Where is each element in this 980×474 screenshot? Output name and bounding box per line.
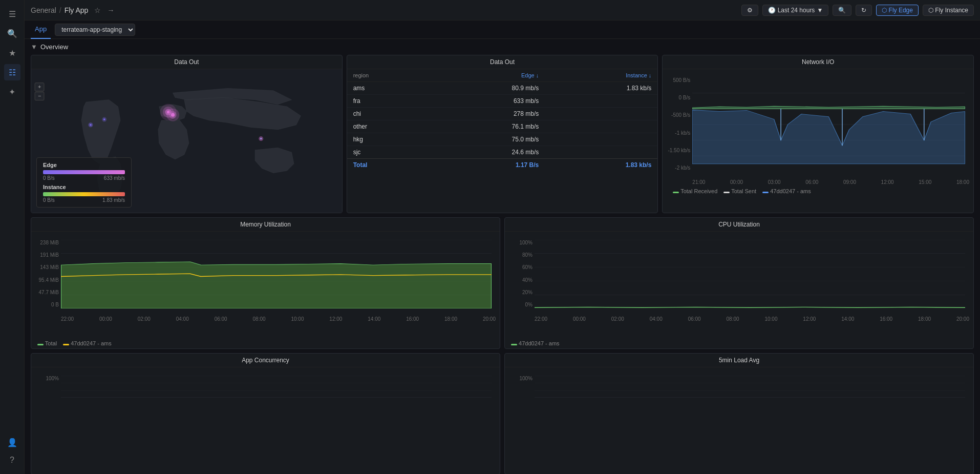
instance-cell xyxy=(545,120,657,133)
cpu-chart-area xyxy=(535,240,965,308)
fly-instance-label: ⬡ Fly Instance xyxy=(928,7,968,14)
memory-x-labels: 22:00 00:00 02:00 04:00 06:00 08:00 10:0… xyxy=(61,316,496,322)
fly-edge-label: ⬡ Fly Edge xyxy=(882,7,913,14)
breadcrumb: General / Fly App ☆ → xyxy=(31,6,114,14)
region-cell: chi xyxy=(347,108,430,120)
breadcrumb-parent: General xyxy=(31,6,56,14)
concurrency-title: App Concurrency xyxy=(31,354,500,367)
edge-legend-labels: 0 B/s 633 mb/s xyxy=(43,175,125,181)
concurrency-panel: App Concurrency 100% xyxy=(31,353,500,474)
received-dot xyxy=(673,192,679,193)
refresh-button[interactable]: ↻ xyxy=(856,5,872,16)
map-panel: Data Out xyxy=(31,55,343,213)
col-instance[interactable]: Instance ↓ xyxy=(545,69,657,82)
table-row: fra 633 mb/s xyxy=(347,95,658,108)
svg-point-9 xyxy=(260,138,262,140)
region-cell: hkg xyxy=(347,133,430,146)
network-legend: Total Received Total Sent 47dd0247 - ams xyxy=(667,186,969,196)
cpu-legend: 47dd0247 - ams xyxy=(505,338,973,348)
ams-dot xyxy=(762,192,769,193)
data-out-panel: Data Out region Edge ↓ Instance ↓ a xyxy=(347,55,658,213)
memory-legend: Total 47dd0247 - ams xyxy=(31,338,500,348)
edge-cell: 80.9 mb/s xyxy=(429,82,545,95)
help-icon[interactable]: ? xyxy=(4,452,20,468)
star-button[interactable]: ☆ xyxy=(94,6,101,14)
total-label: Total xyxy=(347,159,430,172)
overview-header: ▼ Overview xyxy=(31,43,974,51)
map-legend: Edge 0 B/s 633 mb/s Instance 0 B/s 1.83 … xyxy=(36,157,132,208)
col-edge[interactable]: Edge ↓ xyxy=(429,69,545,82)
map-panel-title: Data Out xyxy=(31,55,342,69)
table-row: hkg 75.0 mb/s xyxy=(347,133,658,146)
bottom-panels-2: App Concurrency 100% xyxy=(31,353,974,474)
edge-cell: 24.6 mb/s xyxy=(429,146,545,159)
memory-chart-area xyxy=(61,240,492,308)
legend-edge-title: Edge xyxy=(43,162,125,168)
explore-icon[interactable]: ✦ xyxy=(4,84,20,100)
load-avg-chart-body: 100% xyxy=(505,372,973,474)
region-cell: sjc xyxy=(347,146,430,159)
cpu-x-labels: 22:00 00:00 02:00 04:00 06:00 08:00 10:0… xyxy=(535,316,969,322)
top-panels: Data Out xyxy=(31,55,974,213)
edge-cell: 278 mb/s xyxy=(429,108,545,120)
starred-icon[interactable]: ★ xyxy=(4,45,20,61)
svg-text:−: − xyxy=(38,93,41,99)
network-io-panel: Network I/O 500 B/s 0 B/s -500 B/s -1 kb… xyxy=(662,55,974,213)
zoom-out-button[interactable]: 🔍 xyxy=(833,5,851,16)
load-avg-title: 5min Load Avg xyxy=(505,354,973,367)
bottom-panels: Memory Utilization 238 MiB 191 MiB 143 M… xyxy=(31,217,974,349)
load-avg-panel: 5min Load Avg 100% xyxy=(504,353,974,474)
memory-total-legend: Total xyxy=(37,340,57,346)
network-chart-area xyxy=(692,77,965,172)
time-range-label: Last 24 hours xyxy=(778,7,815,14)
table-row: chi 278 mb/s xyxy=(347,108,658,120)
ams-legend: 47dd0247 - ams xyxy=(762,188,811,194)
concurrency-svg xyxy=(61,376,492,398)
table-row: sjc 24.6 mb/s xyxy=(347,146,658,159)
col-region: region xyxy=(347,69,430,82)
memory-chart-svg xyxy=(61,240,492,308)
app-selector[interactable]: terrateam-app-staging xyxy=(55,24,135,36)
clock-icon: 🕐 xyxy=(768,7,776,14)
memory-y-labels: 238 MiB 191 MiB 143 MiB 95.4 MiB 47.7 Mi… xyxy=(35,240,61,307)
svg-point-7 xyxy=(171,113,175,117)
concurrency-y-labels: 100% xyxy=(35,376,61,402)
edge-cell: 75.0 mb/s xyxy=(429,133,545,146)
search-icon[interactable]: 🔍 xyxy=(4,25,20,42)
fly-instance-button[interactable]: ⬡ Fly Instance xyxy=(923,5,974,16)
legend-instance-title: Instance xyxy=(43,184,125,190)
cpu-ams-legend: 47dd0247 - ams xyxy=(511,340,560,346)
data-out-title: Data Out xyxy=(347,55,658,69)
svg-point-13 xyxy=(103,118,105,120)
memory-panel: Memory Utilization 238 MiB 191 MiB 143 M… xyxy=(31,217,500,349)
instance-cell xyxy=(545,108,657,120)
user-icon[interactable]: 👤 xyxy=(4,434,20,450)
cpu-chart-body: 100% 80% 60% 40% 20% 0% xyxy=(505,236,973,338)
region-cell: ams xyxy=(347,82,430,95)
table-row: other 76.1 mb/s xyxy=(347,120,658,133)
sidebar: ☰ 🔍 ★ ☷ ✦ 👤 ? xyxy=(0,0,25,474)
inst-min: 0 B/s xyxy=(43,197,55,203)
share-button[interactable]: → xyxy=(107,6,114,14)
breadcrumb-sep: / xyxy=(59,6,61,14)
received-legend: Total Received xyxy=(673,188,717,194)
app-tab[interactable]: App xyxy=(31,20,51,39)
memory-title: Memory Utilization xyxy=(31,218,500,232)
instance-cell: 1.83 kb/s xyxy=(545,82,657,95)
inst-max: 1.83 mb/s xyxy=(102,197,125,203)
cpu-title: CPU Utilization xyxy=(505,218,973,232)
instance-cell xyxy=(545,95,657,108)
dashboards-icon[interactable]: ☷ xyxy=(4,64,20,80)
edge-cell: 633 mb/s xyxy=(429,95,545,108)
topbar: General / Fly App ☆ → ⚙ 🕐 Last 24 hours … xyxy=(25,0,980,20)
concurrency-chart-area xyxy=(61,376,492,398)
settings-button[interactable]: ⚙ xyxy=(741,5,758,16)
breadcrumb-active: Fly App xyxy=(65,6,89,14)
instance-cell xyxy=(545,133,657,146)
collapse-sidebar-icon[interactable]: ☰ xyxy=(4,6,20,22)
instance-cell xyxy=(545,146,657,159)
fly-edge-button[interactable]: ⬡ Fly Edge xyxy=(876,5,919,16)
time-range-button[interactable]: 🕐 Last 24 hours ▼ xyxy=(762,5,829,16)
overview-collapse-icon[interactable]: ▼ xyxy=(31,43,37,51)
total-edge: 1.17 B/s xyxy=(429,159,545,172)
